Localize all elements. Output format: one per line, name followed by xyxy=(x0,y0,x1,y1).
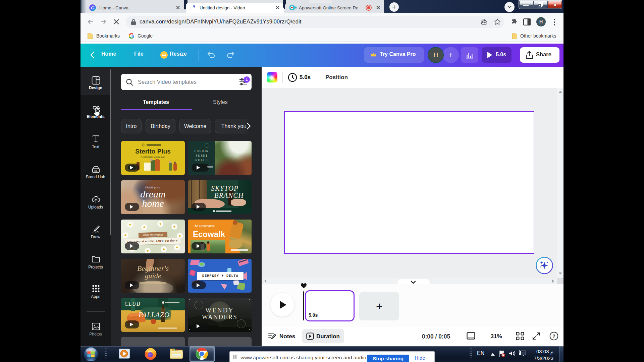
svg-text:?: ? xyxy=(552,334,555,339)
svg-text:co.: co. xyxy=(94,170,97,172)
svg-text:C: C xyxy=(91,5,94,10)
